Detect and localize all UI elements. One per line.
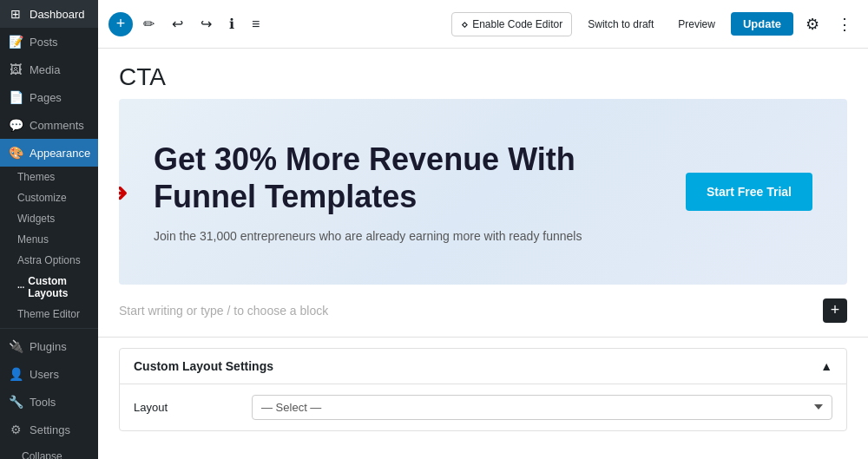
update-button[interactable]: Update xyxy=(731,12,793,36)
custom-layout-settings-panel: Custom Layout Settings ▲ Layout — Select… xyxy=(119,348,847,431)
appearance-icon: 🎨 xyxy=(9,146,23,160)
sidebar-sub-item-astra-options[interactable]: Astra Options xyxy=(0,250,98,271)
sidebar-item-plugins[interactable]: 🔌 Plugins xyxy=(0,332,98,360)
undo-button[interactable]: ↩ xyxy=(165,10,190,37)
editor-area: + ✏ ↩ ↪ ℹ ≡ ⋄ Enable Code Editor Switch … xyxy=(98,0,868,459)
sidebar-item-appearance[interactable]: 🎨 Appearance xyxy=(0,139,98,167)
write-placeholder: Start writing or type / to choose a bloc… xyxy=(119,304,328,318)
cta-start-free-trial-button[interactable]: Start Free Trial xyxy=(686,173,812,211)
editor-toolbar: + ✏ ↩ ↪ ℹ ≡ ⋄ Enable Code Editor Switch … xyxy=(98,0,868,49)
cta-preview-block: ➜ Get 30% More Revenue With Funnel Templ… xyxy=(119,99,847,285)
users-icon: 👤 xyxy=(9,367,23,381)
sidebar-item-posts[interactable]: 📝 Posts xyxy=(0,28,98,56)
sidebar-item-comments[interactable]: 💬 Comments xyxy=(0,111,98,139)
editor-settings-button[interactable]: ⚙ xyxy=(800,10,825,39)
cta-subtext: Join the 31,000 entrepreneurs who are al… xyxy=(154,229,686,243)
sidebar-sub-item-theme-editor[interactable]: Theme Editor xyxy=(0,304,98,325)
code-icon: ⋄ xyxy=(461,17,469,31)
cta-content: Get 30% More Revenue With Funnel Templat… xyxy=(154,141,686,243)
settings-icon: ⚙ xyxy=(9,423,23,436)
redo-button[interactable]: ↪ xyxy=(194,10,219,37)
cta-heading: Get 30% More Revenue With Funnel Templat… xyxy=(154,141,657,215)
custom-layout-settings-header[interactable]: Custom Layout Settings ▲ xyxy=(120,349,846,384)
custom-layouts-indicator: ··· xyxy=(17,283,24,292)
more-options-button[interactable]: ⋮ xyxy=(832,10,858,39)
layout-select[interactable]: — Select — Full Width Contained Custom xyxy=(252,395,832,420)
sidebar-sub-item-menus[interactable]: Menus xyxy=(0,229,98,250)
sidebar-item-media[interactable]: 🖼 Media xyxy=(0,56,98,83)
dashboard-icon: ⊞ xyxy=(9,7,23,21)
pencil-button[interactable]: ✏ xyxy=(136,10,161,37)
list-view-button[interactable]: ≡ xyxy=(245,11,266,37)
custom-layout-settings-body: Layout — Select — Full Width Contained C… xyxy=(120,384,846,430)
toolbar-right: ⋄ Enable Code Editor Switch to draft Pre… xyxy=(451,10,858,39)
preview-button[interactable]: Preview xyxy=(669,14,724,35)
switch-to-draft-button[interactable]: Switch to draft xyxy=(579,14,662,35)
sidebar-item-pages[interactable]: 📄 Pages xyxy=(0,83,98,111)
sidebar-item-dashboard[interactable]: ⊞ Dashboard xyxy=(0,0,98,28)
page-title-area: CTA xyxy=(98,49,868,99)
page-title[interactable]: CTA xyxy=(119,62,847,92)
info-button[interactable]: ℹ xyxy=(222,10,241,37)
layout-label: Layout xyxy=(134,401,238,414)
posts-icon: 📝 xyxy=(9,35,23,49)
write-area: Start writing or type / to choose a bloc… xyxy=(98,285,868,338)
sidebar-item-users[interactable]: 👤 Users xyxy=(0,360,98,388)
plugins-icon: 🔌 xyxy=(9,339,23,353)
tools-icon: 🔧 xyxy=(9,395,23,409)
sidebar-sub-item-widgets[interactable]: Widgets xyxy=(0,208,98,229)
collapse-menu-button[interactable]: ◀ Collapse menu xyxy=(0,443,98,459)
media-icon: 🖼 xyxy=(9,62,23,76)
enable-code-editor-button[interactable]: ⋄ Enable Code Editor xyxy=(451,12,572,36)
write-add-block-button[interactable]: + xyxy=(823,298,847,323)
cls-collapse-icon: ▲ xyxy=(820,359,832,373)
comments-icon: 💬 xyxy=(9,118,23,132)
add-block-button[interactable]: + xyxy=(108,12,133,36)
sidebar-sub-item-themes[interactable]: Themes xyxy=(0,167,98,187)
pages-icon: 📄 xyxy=(9,90,23,104)
sidebar-sub-item-custom-layouts[interactable]: ··· Custom Layouts xyxy=(0,271,98,304)
sidebar-item-settings[interactable]: ⚙ Settings xyxy=(0,416,98,443)
sidebar-item-tools[interactable]: 🔧 Tools xyxy=(0,388,98,416)
arrow-indicator: ➜ xyxy=(119,176,128,207)
sidebar: ⊞ Dashboard 📝 Posts 🖼 Media 📄 Pages 💬 Co… xyxy=(0,0,98,459)
cls-header-label: Custom Layout Settings xyxy=(134,359,273,373)
sidebar-sub-item-customize[interactable]: Customize xyxy=(0,187,98,208)
